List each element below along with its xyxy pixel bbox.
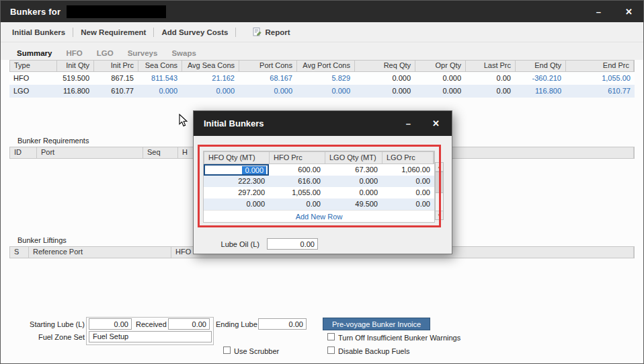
dialog-grid-cell[interactable]: 0.000	[325, 176, 382, 187]
column-header[interactable]: Port Cons	[239, 61, 297, 71]
selected-cell-value: 0.000	[242, 166, 266, 174]
redacted-vessel-name	[67, 5, 166, 18]
dialog-grid-cell[interactable]: 0.00	[269, 198, 325, 210]
dialog-grid-cell[interactable]: 1,055.00	[269, 187, 325, 198]
add-new-row-link[interactable]: Add New Row	[204, 210, 434, 222]
summary-cell: 0.000	[354, 72, 415, 85]
dialog-grid-cell[interactable]: 0.00	[382, 176, 434, 187]
column-header[interactable]: Avg Port Cons	[297, 61, 355, 71]
dialog-row: 0.0000.0049.5000.00	[204, 198, 434, 210]
summary-cell: HFO	[9, 72, 56, 85]
dialog-row: 0.000600.0067.3001,060.00	[204, 164, 434, 176]
column-header[interactable]: Last Prc	[466, 61, 516, 71]
summary-cell: 0.000	[415, 72, 465, 85]
summary-cell: 1,055.00	[565, 72, 635, 85]
column-header[interactable]: Init Qty	[57, 61, 94, 71]
summary-grid: TypeInit QtyInit PrcSea ConsAvg Sea Cons…	[9, 60, 635, 98]
summary-cell: 0.000	[354, 85, 415, 98]
summary-cell: 0.000	[138, 85, 182, 98]
received-input[interactable]	[168, 318, 210, 330]
column-header[interactable]: End Prc	[566, 61, 634, 71]
summary-cell: 5.829	[296, 72, 354, 85]
ending-lube-label: Ending Lube	[216, 320, 257, 328]
column-header[interactable]: ID	[10, 147, 37, 158]
column-header[interactable]: End Qty	[516, 61, 566, 71]
fuel-zone-set-label: Fuel Zone Set	[19, 333, 85, 341]
pre-voyage-bunker-invoice-button[interactable]: Pre-voyage Bunker Invoice	[323, 318, 430, 330]
minimize-icon[interactable]: –	[596, 7, 601, 16]
dialog-title-bar[interactable]: Initial Bunkers – ✕	[194, 111, 452, 136]
column-header[interactable]: HFO Prc	[270, 152, 325, 163]
tab-lgo[interactable]: LGO	[97, 49, 114, 57]
dialog-grid-cell[interactable]: 0.000	[325, 187, 382, 198]
dialog-grid-cell[interactable]: 67.300	[325, 164, 382, 176]
summary-cell: 68.167	[239, 72, 296, 85]
summary-row-LGO[interactable]: LGO116.800610.770.0000.0000.0000.0000.00…	[9, 85, 635, 98]
fuel-zone-select[interactable]: Fuel Setup	[89, 331, 212, 342]
summary-cell: 0.00	[465, 72, 515, 85]
dialog-grid-cell[interactable]: 0.00	[382, 187, 434, 198]
column-header[interactable]: HFO Qty (MT)	[204, 152, 270, 163]
summary-cell: 867.15	[93, 72, 138, 85]
dialog-grid-cell[interactable]: 49.500	[325, 198, 382, 210]
column-header[interactable]: Reference Port	[29, 247, 171, 258]
column-header[interactable]: Avg Sea Cons	[182, 61, 239, 71]
column-header[interactable]: Init Prc	[94, 61, 138, 71]
summary-grid-header: TypeInit QtyInit PrcSea ConsAvg Sea Cons…	[9, 60, 635, 72]
column-header[interactable]: Seq	[143, 147, 178, 158]
column-header[interactable]: Opr Qty	[415, 61, 466, 71]
dialog-grid-cell[interactable]: 600.00	[269, 164, 325, 176]
dialog-grid-cell[interactable]: 0.00	[382, 198, 434, 210]
dialog-grid-cell[interactable]: 616.00	[269, 176, 325, 187]
summary-cell: 610.77	[565, 85, 635, 98]
scroll-up-icon[interactable]: ▲	[436, 163, 443, 172]
summary-grid-body: HFO519.500867.15811.54321.16268.1675.829…	[9, 72, 635, 98]
ending-lube-input[interactable]	[258, 318, 307, 330]
use-scrubber-checkbox[interactable]	[223, 347, 231, 354]
dialog-row: 297.2001,055.000.0000.00	[204, 187, 434, 198]
scroll-down-icon[interactable]: ▼	[436, 211, 443, 219]
lube-oil-input[interactable]	[267, 238, 318, 250]
column-header[interactable]: Sea Cons	[138, 61, 182, 71]
column-header[interactable]: LGO Qty (MT)	[325, 152, 383, 163]
summary-cell: 0.000	[415, 85, 465, 98]
bunkers-window: Bunkers for – ✕ Initial Bunkers New Requ…	[0, 0, 644, 364]
starting-lube-input[interactable]	[89, 318, 132, 330]
scrollbar-thumb[interactable]	[436, 172, 443, 193]
toolbar-separator	[73, 28, 73, 37]
toolbar-new-requirement[interactable]: New Requirement	[77, 28, 149, 36]
dialog-grid-body: 0.000600.0067.3001,060.00222.300616.000.…	[204, 164, 434, 210]
column-header[interactable]: LGO Prc	[383, 152, 434, 163]
dialog-grid-cell[interactable]: 1,060.00	[382, 164, 434, 176]
dialog-body: HFO Qty (MT)HFO PrcLGO Qty (MT)LGO Prc 0…	[194, 136, 452, 254]
dialog-grid-cell[interactable]: 297.200	[204, 187, 269, 198]
summary-cell: 811.543	[138, 72, 182, 85]
column-header[interactable]: S	[10, 247, 29, 258]
tab-swaps[interactable]: Swaps	[171, 49, 196, 57]
column-header[interactable]: Req Qty	[355, 61, 415, 71]
toolbar-initial-bunkers[interactable]: Initial Bunkers	[9, 28, 69, 36]
toolbar-report[interactable]: Report	[249, 28, 293, 36]
toolbar-add-survey-costs[interactable]: Add Survey Costs	[158, 28, 231, 36]
dialog-grid-cell[interactable]: 222.300	[204, 176, 269, 187]
dialog-minimize-icon[interactable]: –	[406, 119, 411, 128]
column-header[interactable]: Port	[37, 147, 143, 158]
disable-backup-fuels-checkbox[interactable]	[327, 347, 335, 354]
dialog-scrollbar[interactable]: ▲ ▼	[435, 162, 444, 220]
hfo-qty-selected-cell[interactable]: 0.000	[204, 164, 269, 176]
column-header[interactable]: Type	[10, 61, 57, 71]
title-bar[interactable]: Bunkers for – ✕	[1, 1, 643, 22]
tab-hfo[interactable]: HFO	[66, 49, 82, 57]
footer-controls: Starting Lube (L) Received Ending Lube P…	[1, 310, 643, 364]
turn-off-warnings-checkbox[interactable]	[327, 333, 335, 340]
summary-cell: 0.000	[296, 85, 354, 98]
dialog-close-icon[interactable]: ✕	[432, 119, 440, 128]
dialog-title: Initial Bunkers	[204, 118, 264, 129]
tab-summary[interactable]: Summary	[17, 49, 52, 57]
tab-surveys[interactable]: Surveys	[128, 49, 158, 57]
close-icon[interactable]: ✕	[625, 7, 633, 16]
summary-row-HFO[interactable]: HFO519.500867.15811.54321.16268.1675.829…	[9, 72, 635, 85]
summary-cell: 0.00	[465, 85, 515, 98]
tab-bar: Summary HFO LGO Surveys Swaps	[1, 42, 643, 60]
dialog-grid-cell[interactable]: 0.000	[204, 198, 269, 210]
